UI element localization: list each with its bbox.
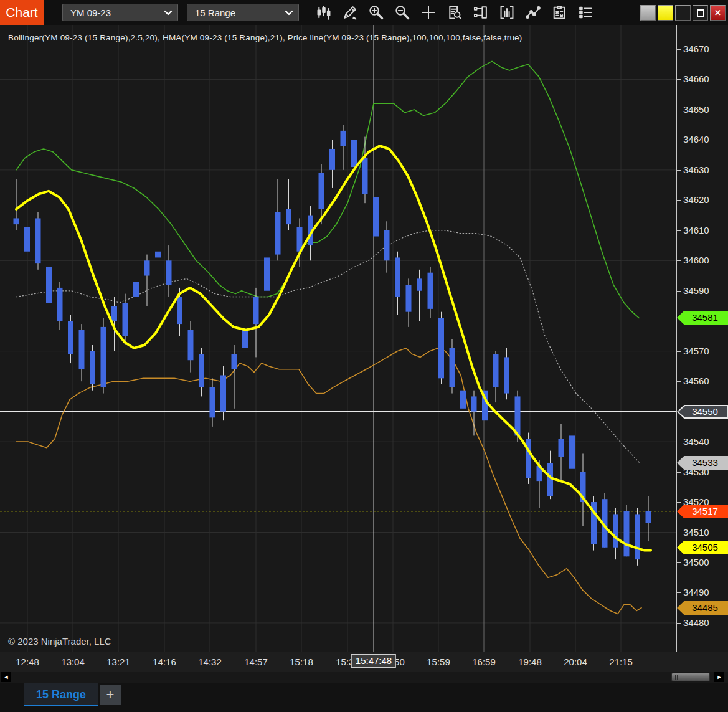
maximize-button[interactable] [693, 5, 708, 21]
interval-select-value: 15 Range [195, 7, 278, 18]
price-tick-label: 34540 [683, 436, 709, 447]
candle [57, 282, 63, 330]
price-chart[interactable] [0, 25, 728, 652]
time-tick-label: 21:15 [609, 657, 633, 667]
chart-trader-icon [473, 4, 489, 21]
price-badge: 34505 [677, 541, 728, 554]
candle [133, 273, 139, 321]
indicators-icon [525, 4, 541, 21]
window-controls: ✕ [640, 5, 726, 21]
price-tick [677, 230, 681, 231]
candle [438, 312, 444, 384]
chart-style-button[interactable] [313, 2, 335, 23]
chart-style-icon [316, 4, 332, 21]
interval-select[interactable]: 15 Range [187, 4, 299, 21]
time-tick-label: 15:18 [290, 657, 313, 667]
horizontal-scrollbar[interactable]: ◄ ► [0, 672, 728, 683]
tab-15-range[interactable]: 15 Range [24, 683, 98, 706]
bar-type-button[interactable] [496, 2, 518, 23]
price-axis[interactable]: 3467034660346503464034630346203461034600… [676, 25, 728, 652]
candle [395, 252, 400, 315]
scrollbar-thumb[interactable] [671, 673, 710, 681]
time-tick-label: 16:59 [472, 657, 496, 667]
window-gray-button[interactable] [640, 5, 656, 21]
time-tick-label: 20:04 [564, 657, 587, 667]
candle [526, 433, 531, 484]
price-badge-value: 34485 [677, 601, 728, 615]
price-badge-value: 34505 [677, 541, 728, 554]
candle [569, 424, 575, 478]
candle [417, 270, 422, 321]
candle [602, 493, 608, 548]
candle [253, 288, 259, 357]
price-tick [677, 49, 681, 50]
instrument-select-value: YM 09-23 [70, 7, 158, 18]
indicators-button[interactable] [522, 2, 544, 23]
crosshair-icon [420, 4, 437, 21]
crosshair-button[interactable] [417, 2, 440, 23]
chart-trader-button[interactable] [470, 2, 492, 23]
price-tick [677, 472, 681, 473]
candle [460, 363, 466, 412]
price-tick-label: 34600 [683, 255, 709, 265]
price-tick-label: 34660 [683, 74, 709, 84]
price-tick [677, 291, 681, 292]
list-properties-icon [577, 4, 593, 21]
Bollinger upper(2.5,20) [16, 61, 639, 318]
price-tick [677, 442, 681, 442]
drawing-tools-button[interactable] [339, 2, 361, 23]
time-tick-label: 14:57 [244, 657, 268, 667]
candle [275, 179, 281, 260]
candle [329, 140, 335, 188]
price-tick [677, 502, 681, 503]
time-tick-label: 19:48 [518, 657, 542, 667]
candle [646, 496, 651, 541]
candle [504, 348, 509, 399]
minimize-button[interactable] [675, 5, 691, 21]
candle [591, 496, 597, 550]
price-tick-label: 34500 [683, 557, 709, 567]
price-tick-label: 34480 [683, 617, 709, 628]
candle [210, 378, 215, 427]
price-tick [677, 260, 681, 261]
data-box-button[interactable] [443, 2, 466, 23]
zoom-out-button[interactable] [391, 2, 414, 23]
price-tick [677, 533, 681, 533]
candle [188, 321, 194, 372]
scroll-right-icon[interactable]: ► [714, 672, 724, 682]
candle [624, 505, 630, 556]
candle [24, 209, 30, 258]
time-tick-label: 14:32 [198, 657, 222, 667]
zoom-in-button[interactable] [365, 2, 387, 23]
close-button[interactable]: ✕ [710, 5, 726, 21]
chart-region: Bollinger(YM 09-23 (15 Range),2.5,20), H… [0, 25, 728, 652]
instrument-select[interactable]: YM 09-23 [62, 4, 178, 21]
candle [341, 125, 346, 170]
add-tab-button[interactable]: + [100, 685, 121, 705]
price-tick-label: 34640 [683, 134, 709, 145]
zoom-out-icon [394, 4, 410, 21]
chevron-down-icon [164, 10, 173, 16]
time-axis[interactable]: 12:4813:0413:2114:1614:3214:5715:1815:36… [0, 652, 728, 672]
candle [14, 179, 19, 230]
candle [220, 366, 226, 420]
window-yellow-button[interactable] [658, 5, 673, 21]
chevron-down-icon [285, 10, 293, 16]
price-tick-label: 34570 [683, 346, 709, 356]
properties-button[interactable] [574, 2, 597, 23]
candle [493, 351, 499, 402]
candle [362, 137, 368, 204]
price-badge-value: 34581 [677, 311, 728, 325]
price-badge-value: 34533 [677, 456, 728, 470]
bars-brackets-icon [499, 4, 515, 21]
candle [35, 212, 41, 270]
scroll-left-icon[interactable]: ◄ [1, 672, 11, 682]
pencil-icon [342, 4, 358, 21]
price-tick [677, 381, 681, 382]
candle [90, 345, 95, 391]
price-badge: 34533 [677, 456, 728, 470]
price-tick [677, 592, 681, 593]
strategies-button[interactable] [548, 2, 570, 23]
price-tick-label: 34620 [683, 194, 709, 205]
candle [559, 424, 564, 481]
